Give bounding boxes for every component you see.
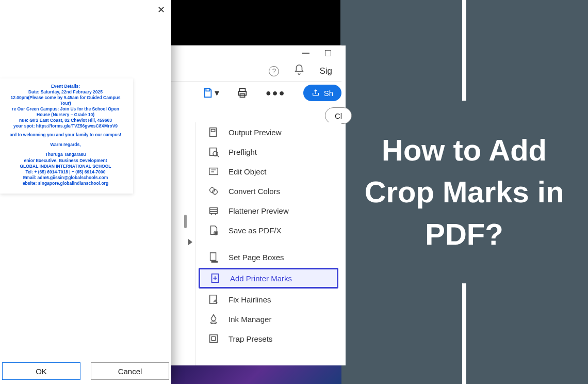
tool-trap-presets[interactable]: Trap Presets: [195, 329, 341, 348]
svg-rect-4: [211, 130, 215, 132]
tool-save-pdf-x[interactable]: Save as PDF/X: [195, 220, 341, 240]
close-icon[interactable]: ✕: [157, 4, 165, 15]
edit-object-icon: [208, 166, 219, 177]
tool-flattener-preview[interactable]: Flattener Preview: [195, 201, 341, 220]
convert-colors-icon: [208, 185, 219, 197]
save-dropdown-icon[interactable]: ▾: [202, 87, 219, 99]
svg-rect-10: [210, 208, 218, 214]
tool-fix-hairlines[interactable]: Fix Hairlines: [195, 290, 341, 309]
share-label: Sh: [324, 89, 333, 98]
window-controls: [170, 45, 341, 61]
modal-dialog: ✕ Event Details: Date: Saturday, 22nd Fe…: [0, 0, 171, 384]
fix-hairlines-icon: [208, 294, 219, 305]
panel-expand-icon[interactable]: [188, 239, 192, 245]
help-icon[interactable]: ?: [269, 66, 279, 76]
tool-output-preview[interactable]: Output Preview: [195, 122, 341, 142]
svg-rect-7: [209, 168, 218, 175]
tool-preflight[interactable]: Preflight: [195, 142, 341, 162]
tool-convert-colors[interactable]: Convert Colors: [195, 181, 341, 201]
print-icon[interactable]: [237, 87, 248, 99]
ink-manager-icon: [208, 313, 219, 325]
trap-presets-icon: [208, 333, 219, 344]
app-header: ? Sig: [170, 61, 341, 82]
minimize-icon[interactable]: [302, 53, 309, 54]
more-icon[interactable]: ●●●: [266, 88, 286, 99]
output-preview-icon: [208, 126, 219, 138]
share-button[interactable]: Sh: [303, 85, 341, 101]
headline-text: How to Add Crop Marks in PDF?: [340, 129, 588, 255]
tool-edit-object[interactable]: Edit Object: [195, 162, 341, 181]
dialog-buttons: OK Cancel: [2, 362, 169, 380]
document-preview: Event Details: Date: Saturday, 22nd Febr…: [0, 78, 133, 194]
svg-rect-15: [210, 295, 217, 304]
svg-rect-13: [211, 261, 217, 262]
add-printer-marks-icon: [209, 273, 221, 284]
maximize-icon[interactable]: [325, 50, 331, 56]
panel-resize-handle[interactable]: [184, 215, 187, 228]
svg-rect-17: [210, 335, 218, 343]
preflight-icon: [208, 146, 219, 157]
flattener-preview-icon: [208, 205, 219, 216]
sign-in-label[interactable]: Sig: [319, 66, 332, 76]
svg-rect-12: [210, 253, 216, 261]
tool-set-page-boxes[interactable]: Set Page Boxes: [195, 247, 341, 267]
svg-point-16: [211, 322, 217, 324]
decorative-bar-top: [462, 0, 466, 101]
svg-rect-18: [211, 337, 215, 340]
toolbar: ▾ ●●● Sh: [196, 83, 341, 103]
tool-add-printer-marks[interactable]: Add Printer Marks: [199, 268, 338, 289]
cancel-button[interactable]: Cancel: [91, 362, 169, 380]
promo-panel: How to Add Crop Marks in PDF?: [340, 0, 588, 384]
bell-icon[interactable]: [293, 64, 305, 78]
save-pdf-x-icon: [208, 225, 219, 236]
print-production-tools: Output Preview Preflight Edit Object Con…: [195, 122, 341, 365]
ok-button[interactable]: OK: [2, 362, 80, 380]
decorative-bar-bottom: [462, 283, 466, 384]
tool-ink-manager[interactable]: Ink Manager: [195, 309, 341, 329]
desktop-background: [170, 365, 341, 384]
close-panel-button[interactable]: Cl: [325, 107, 352, 124]
set-page-boxes-icon: [208, 251, 219, 263]
